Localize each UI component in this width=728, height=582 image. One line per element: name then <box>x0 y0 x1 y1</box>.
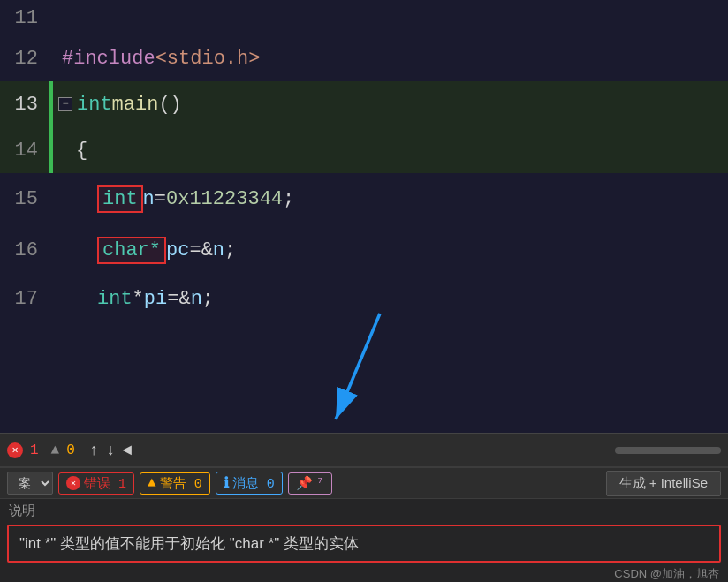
code-content-16: char* pc = & n ; <box>53 237 728 264</box>
pin-badge[interactable]: 📌 ⁷ <box>288 472 332 495</box>
editor-wrapper: 11 12 #include <stdio.h> 13 − int <box>0 0 728 582</box>
panel-credit: CSDN @加油，旭杏 <box>0 566 728 582</box>
parens-main: () <box>158 94 181 116</box>
warning-triangle: ▲ <box>51 442 60 458</box>
panel-header: 说明 <box>0 499 728 523</box>
warning-badge-icon: ▲ <box>148 475 156 491</box>
code-line-17: 17 int * pi = & n ; <box>0 276 728 321</box>
warning-badge-label: 警告 0 <box>160 475 202 492</box>
svg-line-1 <box>336 314 380 419</box>
status-bar: ✕ 1 ▲ 0 ↑ ↓ ◄ <box>0 433 728 466</box>
nav-arrows[interactable]: ↑ ↓ ◄ <box>89 442 132 459</box>
arrow-up[interactable]: ↑ <box>89 442 99 459</box>
eq-16: = <box>189 239 201 261</box>
include-file: <stdio.h> <box>155 48 261 70</box>
semi-16: ; <box>224 239 236 261</box>
code-content-15: int n = 0x11223344 ; <box>53 185 728 213</box>
line-number-15: 15 <box>0 173 49 224</box>
info-badge[interactable]: ℹ 消息 0 <box>216 472 283 495</box>
line-number-13: 13 <box>0 81 49 127</box>
fn-main: main <box>112 94 159 116</box>
editor-area: 11 12 #include <stdio.h> 13 − int <box>0 0 728 433</box>
code-line-14: 14 { <box>0 127 728 173</box>
line-number-17: 17 <box>0 276 49 321</box>
line-number-14: 14 <box>0 127 49 173</box>
error-badge-label: 错误 1 <box>84 475 126 492</box>
brace-open: { <box>76 140 87 162</box>
code-line-13: 13 − int main () <box>0 81 728 127</box>
arrow-left[interactable]: ◄ <box>122 442 132 459</box>
eq-15: = <box>155 188 166 210</box>
semi-17: ; <box>202 288 214 310</box>
semi-15: ; <box>283 188 294 210</box>
fold-icon-13[interactable]: − <box>58 97 72 111</box>
hash-include: #include <box>62 48 155 70</box>
pin-badge-label: ⁷ <box>316 475 324 492</box>
line-number-16: 16 <box>0 224 49 276</box>
panel-select[interactable]: 案 <box>7 472 53 495</box>
code-container: 11 12 #include <stdio.h> 13 − int <box>0 0 728 321</box>
kw-int-main: int <box>77 94 112 116</box>
scrollbar-thumb[interactable] <box>615 447 721 454</box>
highlight-int-15: int <box>97 185 143 213</box>
var-pi: pi <box>144 288 167 310</box>
gutter-11 <box>49 0 53 35</box>
ref-n-17: n <box>191 288 202 310</box>
warning-count: 0 <box>66 442 75 458</box>
amp-17: & <box>178 288 190 310</box>
code-content-14: { <box>53 140 728 162</box>
var-pc: pc <box>166 239 189 261</box>
star-17: * <box>133 288 144 310</box>
info-badge-icon: ℹ <box>224 474 229 492</box>
code-content-12: #include <stdio.h> <box>53 48 728 70</box>
code-content-13: − int main () <box>53 94 728 116</box>
panel-message: "int *" 类型的值不能用于初始化 "char *" 类型的实体 <box>7 525 721 563</box>
code-line-11: 11 <box>0 0 728 35</box>
code-line-12: 12 #include <stdio.h> <box>0 35 728 81</box>
generate-button[interactable]: 生成 + IntelliSe <box>606 471 721 496</box>
ref-n-16: n <box>213 239 224 261</box>
hex-val: 0x11223344 <box>166 188 283 210</box>
line-number-11: 11 <box>0 0 49 35</box>
error-badge-icon: ✕ <box>66 476 80 490</box>
error-count: 1 <box>30 442 39 458</box>
pin-badge-icon: 📌 <box>296 475 313 492</box>
code-line-16: 16 char* pc = & n ; <box>0 224 728 276</box>
error-badge[interactable]: ✕ 错误 1 <box>58 472 134 495</box>
amp-16: & <box>201 239 213 261</box>
warning-badge[interactable]: ▲ 警告 0 <box>140 472 210 495</box>
error-icon: ✕ <box>7 442 23 458</box>
panel-tabs: 案 ✕ 错误 1 ▲ 警告 0 ℹ 消息 0 📌 ⁷ 生成 + IntelliS… <box>0 468 728 499</box>
line-number-12: 12 <box>0 35 49 81</box>
arrow-down[interactable]: ↓ <box>106 442 116 459</box>
code-line-15: 15 int n = 0x11223344 ; <box>0 173 728 224</box>
bottom-panel: 案 ✕ 错误 1 ▲ 警告 0 ℹ 消息 0 📌 ⁷ 生成 + IntelliS… <box>0 466 728 582</box>
eq-17: = <box>167 288 178 310</box>
highlight-char-16: char* <box>97 237 166 264</box>
var-n: n <box>143 188 155 210</box>
kw-int-17: int <box>97 288 133 310</box>
info-badge-label: 消息 0 <box>232 475 275 492</box>
code-content-17: int * pi = & n ; <box>53 288 728 310</box>
